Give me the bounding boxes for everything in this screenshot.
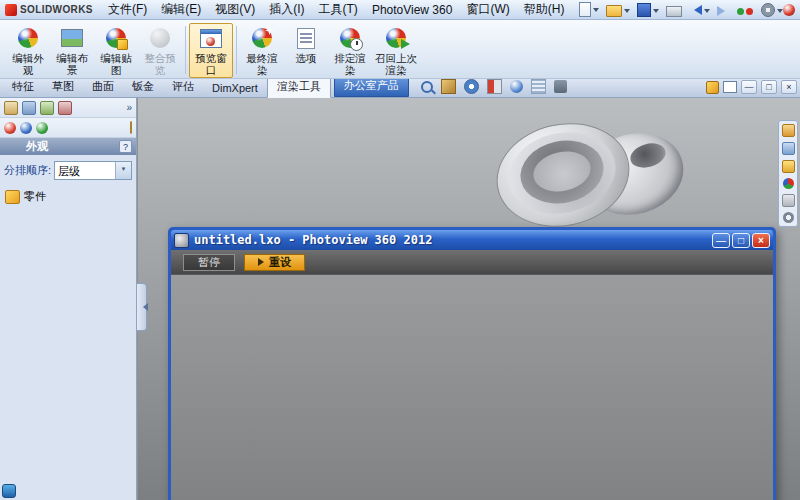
sort-order-dropdown[interactable]: 层级 ▼ [54,161,132,180]
undo-button[interactable] [689,3,710,16]
document-window-controls: — □ × [706,80,797,94]
menu-insert[interactable]: 插入(I) [262,0,311,19]
photoview-toolbar: 暂停 重设 [171,250,773,275]
photoview-maximize-button[interactable]: □ [732,233,750,248]
scene-icon[interactable] [20,122,32,134]
configuration-tab-icon[interactable] [40,101,54,115]
feature-tree-tab-icon[interactable] [4,101,18,115]
sort-order-value: 层级 [55,162,115,179]
solidworks-logo-text: SOLIDWORKS [20,4,93,15]
integrated-preview-button[interactable]: 整合预览 [138,23,182,78]
tab-surfaces[interactable]: 曲面 [83,77,123,97]
zoom-icon[interactable] [421,81,433,93]
preview-window-button[interactable]: 预览窗口 [189,23,233,78]
recall-last-render-button[interactable]: 召回上次渲染 [372,23,420,78]
view-orientation-icon[interactable] [441,79,456,94]
settings-icon[interactable] [783,212,794,223]
photoview-minimize-button[interactable]: — [712,233,730,248]
reset-button[interactable]: 重设 [244,254,305,271]
tab-dimxpert[interactable]: DimXpert [203,80,267,97]
menu-file[interactable]: 文件(F) [101,0,154,19]
menu-tools[interactable]: 工具(T) [312,0,365,19]
print-button[interactable] [666,3,682,17]
appearances-icon[interactable] [4,122,16,134]
notification-icon[interactable] [2,484,16,498]
menu-help[interactable]: 帮助(H) [517,0,572,19]
photoview-title: untitled.lxo - Photoview 360 2012 [194,233,710,247]
pause-button[interactable]: 暂停 [183,254,235,271]
integrated-preview-icon [148,26,172,50]
open-button[interactable] [606,3,630,17]
tab-evaluate[interactable]: 评估 [163,77,203,97]
3d-model-pipe-fitting [496,120,686,240]
dropdown-arrow-icon[interactable]: ▼ [115,162,131,179]
tab-sheet-metal[interactable]: 钣金 [123,77,163,97]
file-explorer-icon[interactable] [782,160,795,173]
appearance-tree: 零件 [0,180,136,213]
menu-bar: SOLIDWORKS 文件(F) 编辑(E) 视图(V) 插入(I) 工具(T)… [0,0,800,20]
render-options-button[interactable]: 选项 [284,23,328,66]
resources-icon[interactable] [782,124,795,137]
redo-button[interactable] [717,4,730,16]
edit-scene-button[interactable]: 编辑布景 [50,23,94,78]
schedule-render-icon [338,26,362,50]
display-style-icon[interactable] [510,80,523,93]
panel-tab-row: » [0,98,136,118]
preview-window-icon [199,26,223,50]
menu-photoview360[interactable]: PhotoView 360 [365,2,460,18]
tree-item-part[interactable]: 零件 [5,189,131,204]
property-tab-icon[interactable] [22,101,36,115]
photoview-preview-window: untitled.lxo - Photoview 360 2012 — □ × … [168,227,776,500]
pin-icon[interactable] [706,81,719,94]
reset-button-label: 重设 [269,255,291,270]
scene-settings-icon[interactable] [531,79,546,94]
menu-edit[interactable]: 编辑(E) [154,0,208,19]
hide-show-icon[interactable] [464,79,479,94]
property-manager-panel: » 外观 ? 分排顺序: 层级 ▼ 零件 [0,98,137,500]
decals-icon[interactable] [36,122,48,134]
design-library-icon[interactable] [782,142,795,155]
section-view-icon[interactable] [487,79,502,94]
edit-appearance-button[interactable]: 编辑外观 [6,23,50,78]
camera-icon[interactable] [554,80,567,93]
photoview-close-button[interactable]: × [752,233,770,248]
doc-close-button[interactable]: × [781,80,797,94]
panel-collapse-handle[interactable] [137,283,147,331]
new-document-icon [579,2,591,17]
gear-icon [761,3,775,17]
render-options-icon [294,26,318,50]
tab-features[interactable]: 特征 [3,77,43,97]
dropdown-caret-icon [704,9,710,16]
schedule-render-button[interactable]: 排定渲染 [328,23,372,78]
appearance-quick-icon[interactable] [783,4,795,16]
part-icon [5,190,20,204]
ribbon-separator [185,26,186,74]
custom-properties-icon[interactable] [782,194,795,207]
filter-icon[interactable] [130,121,132,134]
help-button[interactable]: ? [119,140,132,153]
photoview-render-area[interactable] [171,274,773,500]
fullscreen-icon[interactable] [723,81,737,93]
display-manager-row [0,118,136,138]
tab-render-tools[interactable]: 渲染工具 [267,76,331,98]
rebuild-button[interactable] [737,4,754,15]
dropdown-caret-icon [593,8,599,15]
panel-overflow-chevron[interactable]: » [126,102,132,113]
photoview-app-icon [174,233,189,248]
appearances-pane-icon[interactable] [783,178,794,189]
tab-sketch[interactable]: 草图 [43,77,83,97]
dimxpert-tab-icon[interactable] [58,101,72,115]
quick-access-toolbar [579,2,783,17]
options-button[interactable] [761,3,783,17]
save-button[interactable] [637,3,659,17]
doc-minimize-button[interactable]: — [741,80,757,94]
open-folder-icon [606,5,622,17]
edit-decal-button[interactable]: 编辑贴图 [94,23,138,78]
photoview-titlebar[interactable]: untitled.lxo - Photoview 360 2012 — □ × [171,230,773,250]
final-render-button[interactable]: 最终渲染 [240,23,284,78]
doc-restore-button[interactable]: □ [761,80,777,94]
menu-window[interactable]: 窗口(W) [459,0,516,19]
new-document-button[interactable] [579,2,599,17]
menu-view[interactable]: 视图(V) [208,0,262,19]
render-tools-ribbon: 编辑外观 编辑布景 编辑贴图 整合预览 预览窗口 最终渲染 选项 [0,20,800,79]
